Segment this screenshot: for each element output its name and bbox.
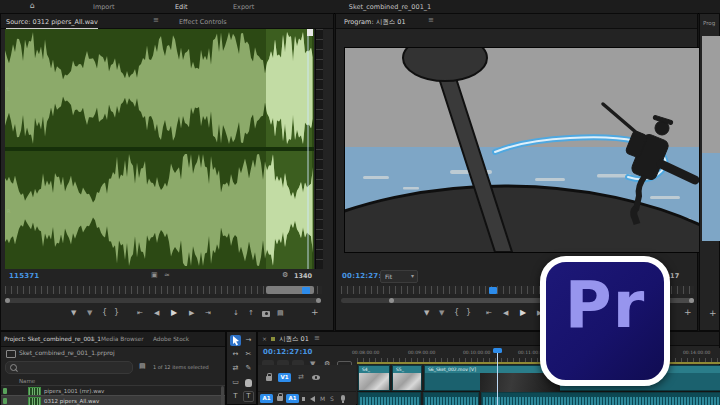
clip-color-chip bbox=[3, 398, 7, 404]
program-panel-menu-icon[interactable]: ≡ bbox=[428, 17, 434, 24]
window-title: Sket_combined_re_001_1 bbox=[260, 3, 520, 11]
timeline-clip-a1[interactable] bbox=[481, 392, 720, 405]
a1-track-target[interactable]: A1 bbox=[286, 394, 299, 403]
pen-tool[interactable]: ✎ bbox=[243, 363, 254, 374]
program-mark-out-icon[interactable]: } bbox=[466, 309, 471, 316]
v1-track-target[interactable]: V1 bbox=[278, 373, 291, 382]
clip-name: S5_ bbox=[393, 366, 421, 373]
list-item-selected[interactable]: 0312 pipers_All.wav bbox=[1, 395, 225, 405]
program-go-to-in-icon[interactable]: ⇤ bbox=[486, 310, 492, 317]
sliver-tab[interactable]: Prog bbox=[703, 20, 715, 26]
program-step-back-icon[interactable]: ◀ bbox=[503, 310, 508, 317]
sync-lock-icon[interactable]: ⇄ bbox=[298, 374, 304, 381]
list-item[interactable]: pipers_1001 (mr).wav bbox=[1, 386, 225, 395]
insert-icon[interactable]: ↓ bbox=[233, 310, 239, 317]
clip-name[interactable]: 0312 pipers_All.wav bbox=[44, 398, 99, 404]
source-scrollbar[interactable] bbox=[5, 298, 321, 303]
voiceover-mic-icon[interactable] bbox=[341, 395, 345, 401]
export-frame-icon[interactable] bbox=[262, 311, 270, 317]
tab-source[interactable]: Source: 0312 pipers_All.wav bbox=[6, 18, 98, 29]
project-panel-menu-icon[interactable]: ≡ bbox=[90, 335, 95, 342]
program-add-marker-icon[interactable]: ▼ bbox=[424, 310, 429, 317]
ripple-edit-tool[interactable]: ↔ bbox=[230, 349, 241, 360]
program-mark-in-icon[interactable]: { bbox=[454, 309, 459, 316]
timeline-timecode[interactable]: 00:12:27:10 bbox=[263, 348, 313, 356]
zoom-fit-dropdown[interactable]: Fit ▾ bbox=[380, 270, 418, 283]
menu-export[interactable]: Export bbox=[233, 3, 254, 11]
program-play-button-icon[interactable]: ▶ bbox=[520, 309, 526, 316]
ruler-label: 00:14:00:00 bbox=[683, 350, 710, 355]
sliver-plus-icon[interactable]: + bbox=[709, 310, 717, 317]
program-marker-icon[interactable]: ▼ bbox=[439, 310, 444, 317]
slip-tool[interactable]: ⇄ bbox=[230, 363, 241, 374]
lock-icon[interactable] bbox=[266, 376, 272, 381]
tab-adobe-stock[interactable]: Adobe Stock bbox=[153, 336, 189, 342]
track-select-forward-tool[interactable]: → bbox=[243, 335, 254, 346]
program-button-editor-icon[interactable]: + bbox=[684, 309, 692, 316]
go-to-out-icon[interactable]: ⇥ bbox=[205, 310, 211, 317]
wrench-icon[interactable]: ⚙ bbox=[282, 272, 288, 279]
menu-import[interactable]: Import bbox=[93, 3, 115, 11]
lock-icon[interactable] bbox=[277, 396, 283, 401]
drag-video-icon[interactable]: ▣ bbox=[151, 272, 158, 279]
a1-source-patch[interactable]: A1 bbox=[260, 394, 273, 403]
vertical-type-tool[interactable]: T bbox=[243, 391, 254, 402]
search-box[interactable] bbox=[5, 361, 133, 374]
source-zoom-thumb[interactable] bbox=[302, 287, 310, 294]
tab-effect-controls[interactable]: Effect Controls bbox=[179, 18, 227, 26]
drag-audio-icon[interactable]: ≈ bbox=[164, 272, 170, 279]
app-top-bar: ⌂ Import Edit Export Sket_combined_re_00… bbox=[0, 0, 720, 14]
home-icon[interactable]: ⌂ bbox=[30, 2, 35, 9]
speaker-icon[interactable] bbox=[310, 396, 315, 402]
tab-media-browser[interactable]: Media Browser bbox=[101, 336, 144, 342]
play-button-icon[interactable]: ▶ bbox=[171, 309, 177, 316]
close-icon[interactable]: × bbox=[262, 335, 267, 342]
overwrite-icon[interactable]: ↑ bbox=[248, 310, 254, 317]
source-scrollbar-right-handle[interactable] bbox=[316, 298, 321, 303]
solo-button[interactable]: S bbox=[330, 395, 334, 402]
project-readout-icon[interactable]: ▤ bbox=[139, 363, 146, 370]
step-forward-icon[interactable]: ▶ bbox=[189, 310, 194, 317]
add-marker-icon[interactable]: ▼ bbox=[71, 310, 76, 317]
timeline-clip-a1[interactable] bbox=[423, 392, 479, 405]
source-zoom-region[interactable] bbox=[266, 286, 314, 294]
program-scrollbar-left-handle[interactable] bbox=[389, 298, 394, 303]
a1-track-header: A1 A1 M S bbox=[258, 392, 356, 405]
tab-sequence[interactable]: 시퀀스 01 bbox=[279, 335, 309, 344]
selection-tool[interactable] bbox=[230, 335, 241, 346]
timeline-clip-v1[interactable]: S4_ bbox=[358, 365, 390, 391]
timeline-playhead[interactable] bbox=[497, 348, 498, 405]
timeline-clip-a1[interactable] bbox=[358, 392, 421, 405]
program-scrollbar-right-handle[interactable] bbox=[689, 298, 694, 303]
razor-tool[interactable]: ✂ bbox=[243, 349, 254, 360]
rectangle-tool[interactable]: ▭ bbox=[230, 377, 241, 388]
logo-text: Pr bbox=[546, 268, 664, 342]
mute-button[interactable]: M bbox=[320, 395, 325, 402]
channel-left-label: L bbox=[7, 86, 10, 92]
tab-project[interactable]: Project: Sket_combined_re_001_1 bbox=[4, 336, 101, 342]
source-panel-menu-icon[interactable]: ≡ bbox=[153, 17, 159, 24]
type-tool[interactable]: T bbox=[230, 391, 241, 402]
program-ruler-playhead-thumb[interactable] bbox=[489, 287, 497, 294]
mark-in-icon[interactable]: { bbox=[102, 309, 107, 316]
timeline-clip-v1[interactable]: S5_ bbox=[392, 365, 422, 391]
ruler-label: 00:10:00:00 bbox=[463, 350, 490, 355]
hand-tool[interactable] bbox=[243, 377, 254, 388]
step-back-icon[interactable]: ◀ bbox=[154, 310, 159, 317]
column-name[interactable]: Name bbox=[19, 378, 35, 384]
go-to-in-icon[interactable]: ⇤ bbox=[137, 310, 143, 317]
track-output-eye-icon[interactable] bbox=[312, 375, 320, 380]
tab-program[interactable]: Program: 시퀀스 01 bbox=[344, 18, 406, 27]
source-scrollbar-left-handle[interactable] bbox=[5, 298, 10, 303]
mark-out-icon[interactable]: } bbox=[114, 309, 119, 316]
channel-right-label: R bbox=[7, 208, 11, 214]
source-button-editor-icon[interactable]: + bbox=[311, 309, 319, 316]
drag-av-icon[interactable]: ▤ bbox=[277, 310, 284, 317]
marker-icon[interactable]: ▼ bbox=[87, 310, 92, 317]
bin-breadcrumb[interactable]: Sket_combined_re_001_1.prproj bbox=[19, 349, 115, 356]
source-timecode[interactable]: 115371 bbox=[9, 272, 39, 280]
clip-name[interactable]: pipers_1001 (mr).wav bbox=[44, 388, 104, 394]
project-scrollbar[interactable] bbox=[221, 386, 224, 405]
search-input[interactable] bbox=[20, 362, 130, 373]
timeline-panel-menu-icon[interactable]: ≡ bbox=[314, 335, 320, 342]
